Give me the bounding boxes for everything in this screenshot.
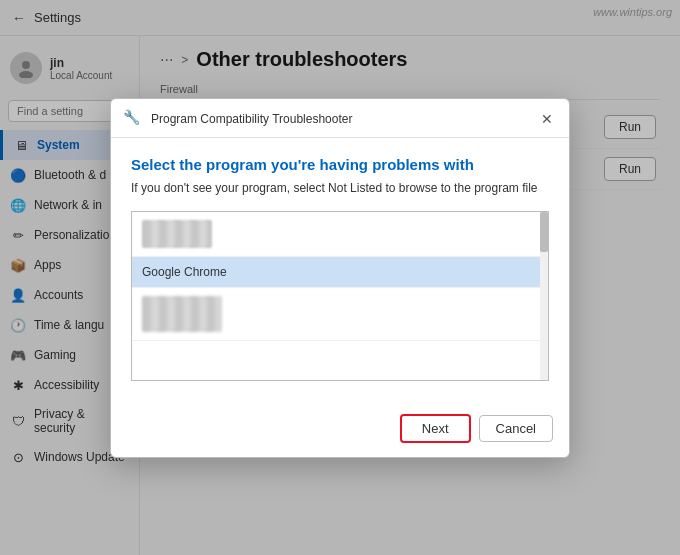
settings-window: www.wintips.org ← Settings jin Local Acc…: [0, 0, 680, 555]
program-item-google-chrome[interactable]: Google Chrome: [132, 257, 548, 288]
program-thumb-3: [142, 296, 222, 332]
program-thumb-1: [142, 220, 212, 248]
dialog-close-button[interactable]: ✕: [537, 109, 557, 129]
dialog-body: Select the program you're having problem…: [111, 138, 569, 404]
program-scrollbar[interactable]: [540, 212, 548, 380]
scrollbar-thumb: [540, 212, 548, 252]
dialog-titlebar: 🔧 Program Compatibility Troubleshooter ✕: [111, 99, 569, 138]
dialog-subtext: If you don't see your program, select No…: [131, 181, 549, 195]
program-label-google-chrome: Google Chrome: [142, 265, 227, 279]
program-item-3[interactable]: [132, 288, 548, 341]
cancel-button[interactable]: Cancel: [479, 415, 553, 442]
program-item-1[interactable]: [132, 212, 548, 257]
compatibility-dialog: 🔧 Program Compatibility Troubleshooter ✕…: [110, 98, 570, 458]
next-button[interactable]: Next: [400, 414, 471, 443]
dialog-icon: 🔧: [123, 109, 143, 129]
dialog-footer: Next Cancel: [111, 404, 569, 457]
dialog-heading: Select the program you're having problem…: [131, 156, 549, 173]
dialog-title-text: Program Compatibility Troubleshooter: [151, 112, 529, 126]
program-list[interactable]: Google Chrome: [131, 211, 549, 381]
modal-overlay: 🔧 Program Compatibility Troubleshooter ✕…: [0, 0, 680, 555]
